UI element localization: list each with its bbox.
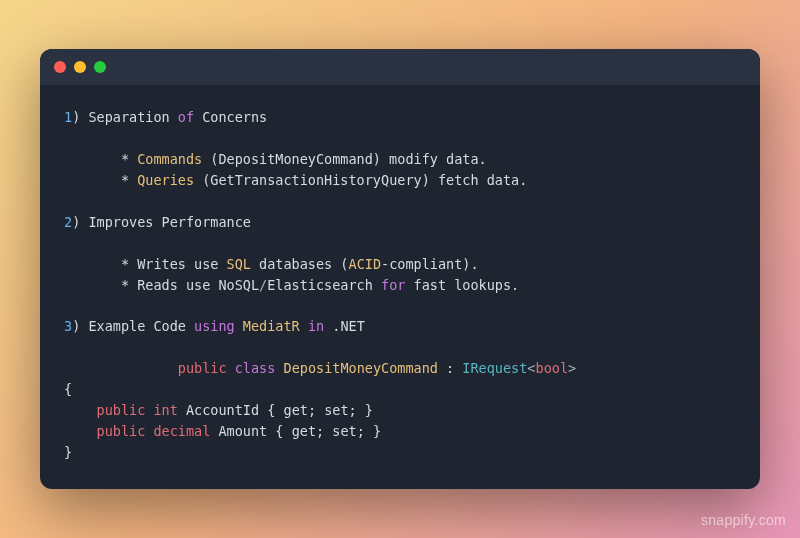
code-line: 2) Improves Performance xyxy=(64,212,736,233)
code-line xyxy=(64,233,736,254)
minimize-icon[interactable] xyxy=(74,61,86,73)
code-line: } xyxy=(64,442,736,463)
code-line: 3) Example Code using MediatR in .NET xyxy=(64,316,736,337)
code-line xyxy=(64,337,736,358)
code-line xyxy=(64,128,736,149)
code-line xyxy=(64,295,736,316)
code-content: 1) Separation of Concerns * Commands (De… xyxy=(40,85,760,489)
code-line: * Reads use NoSQL/Elasticsearch for fast… xyxy=(64,275,736,296)
code-line: * Queries (GetTransactionHistoryQuery) f… xyxy=(64,170,736,191)
code-line: public class DepositMoneyCommand : IRequ… xyxy=(64,358,736,379)
code-line: public int AccountId { get; set; } xyxy=(64,400,736,421)
code-line: 1) Separation of Concerns xyxy=(64,107,736,128)
maximize-icon[interactable] xyxy=(94,61,106,73)
watermark: snappify.com xyxy=(701,512,786,528)
code-line xyxy=(64,191,736,212)
code-line: { xyxy=(64,379,736,400)
code-line: public decimal Amount { get; set; } xyxy=(64,421,736,442)
code-line: * Commands (DepositMoneyCommand) modify … xyxy=(64,149,736,170)
code-window: 1) Separation of Concerns * Commands (De… xyxy=(40,49,760,489)
window-titlebar xyxy=(40,49,760,85)
close-icon[interactable] xyxy=(54,61,66,73)
code-line: * Writes use SQL databases (ACID-complia… xyxy=(64,254,736,275)
